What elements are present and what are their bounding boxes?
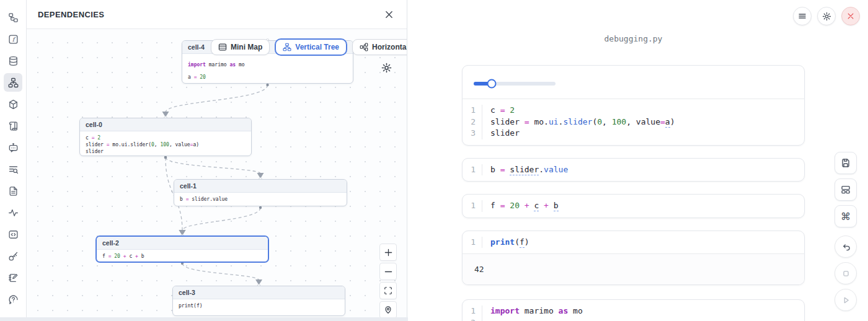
sidebar-item-activity[interactable] <box>4 203 22 222</box>
vertical-tree-icon <box>283 43 291 51</box>
sidebar-item-notebook-pen[interactable] <box>4 268 22 287</box>
line-number: 1 <box>463 306 482 317</box>
graph-node-code: b = slider.value <box>174 193 347 206</box>
sidebar-item-key[interactable] <box>4 247 22 265</box>
gear-icon <box>381 63 392 73</box>
menu-button[interactable] <box>793 7 812 25</box>
save-button[interactable] <box>835 152 857 174</box>
database-icon <box>8 56 19 66</box>
play-icon <box>841 296 851 305</box>
graph-node-cell-1[interactable]: cell-1b = slider.value <box>174 179 347 206</box>
notebook-cell: 1b = slider.value <box>462 158 805 182</box>
line-number: 1 <box>463 237 482 248</box>
graph-settings-button[interactable] <box>380 61 393 74</box>
cube-icon <box>8 99 19 110</box>
hamburger-menu-icon <box>798 12 807 20</box>
line-number: 2 <box>463 117 482 128</box>
sidebar-item-database[interactable] <box>4 51 22 70</box>
help-icon <box>8 294 19 305</box>
code-editor[interactable]: 1f = 20 + c + b <box>463 195 804 218</box>
sidebar-item-code-block[interactable] <box>4 225 22 244</box>
graph-node-cell-0[interactable]: cell-0c = 2slider = mo.ui.slider(0, 100,… <box>79 118 252 156</box>
slider-output <box>463 66 804 99</box>
stop-button[interactable] <box>835 262 857 284</box>
line-number: 1 <box>463 200 482 212</box>
run-button[interactable] <box>835 289 857 311</box>
svg-text:f: f <box>12 35 16 42</box>
close-panel-button[interactable] <box>384 9 394 20</box>
slider-track[interactable] <box>474 82 556 86</box>
graph-node-title: cell-1 <box>174 180 347 193</box>
notebook-cell: 1f = 20 + c + b <box>462 194 805 218</box>
notebook-action-rail: ⌘ <box>835 152 857 315</box>
code-editor[interactable]: 1import marimo as mo2 <box>463 300 804 321</box>
notebook-main: debugging.py 1c = 22slider = mo.ui.slide… <box>408 0 868 321</box>
line-number: 1 <box>463 164 482 176</box>
code-block-icon <box>8 229 19 240</box>
sidebar-item-scroll[interactable] <box>4 117 22 135</box>
notebook-cell: 1c = 22slider = mo.ui.slider(0, 100, val… <box>462 65 805 146</box>
graph-node-title: cell-2 <box>97 237 268 250</box>
sidebar-item-list-search[interactable] <box>4 160 22 178</box>
keyboard-shortcuts-button[interactable]: ⌘ <box>835 205 857 227</box>
fit-view-icon <box>384 286 392 295</box>
save-icon <box>841 158 851 168</box>
close-icon <box>385 11 393 19</box>
horizontal-tree-icon <box>360 43 368 51</box>
zoom-out-button[interactable] <box>379 263 397 280</box>
sidebar-item-help[interactable] <box>4 290 22 309</box>
tree-icon <box>8 12 19 23</box>
app-header-actions <box>793 7 860 25</box>
line-number: 1 <box>463 105 482 117</box>
graph-node-code: c = 2slider = mo.ui.slider(0, 100, value… <box>80 131 251 156</box>
panel-bottom-strip <box>0 317 408 321</box>
scroll-icon <box>8 121 19 131</box>
graph-view-toolbar: Mini Map Vertical Tree Horizontal Tree <box>211 39 407 55</box>
code-editor[interactable]: 1print(f) <box>463 231 804 254</box>
location-pin-button[interactable] <box>379 301 397 317</box>
notebook-cells-column: 1c = 22slider = mo.ui.slider(0, 100, val… <box>462 65 805 321</box>
sidebar-item-chat-bot[interactable] <box>4 138 22 157</box>
function-icon: f <box>8 34 19 45</box>
graph-node-title: cell-3 <box>173 286 345 299</box>
line-number: 2 <box>463 317 482 321</box>
zoom-out-icon <box>384 268 392 276</box>
line-number: 3 <box>463 128 482 139</box>
slider-thumb[interactable] <box>487 79 497 89</box>
location-pin-icon <box>384 306 392 314</box>
zoom-in-button[interactable] <box>379 244 397 261</box>
undo-button[interactable] <box>835 235 857 258</box>
shutdown-button[interactable] <box>841 7 860 25</box>
layout-icon <box>841 185 851 195</box>
dependencies-panel: DEPENDENCIES cell-4import marimo as moa … <box>27 0 407 317</box>
sidebar-item-dependency-graph[interactable] <box>4 73 22 92</box>
notebook-pen-icon <box>8 273 19 283</box>
graph-node-code: import marimo as moa = 20 <box>182 54 353 84</box>
horizontal-tree-button[interactable]: Horizontal Tree <box>352 39 407 55</box>
key-icon <box>8 251 19 262</box>
notebook-cell: 1print(f)42 <box>462 231 805 286</box>
notebook-cell: 1import marimo as mo2 <box>462 299 805 321</box>
vertical-tree-button[interactable]: Vertical Tree <box>275 39 347 55</box>
mini-map-button[interactable]: Mini Map <box>211 39 270 55</box>
dependency-graph-canvas[interactable]: cell-4import marimo as moa = 20cell-0c =… <box>27 29 407 317</box>
graph-node-title: cell-0 <box>80 118 251 131</box>
graph-node-cell-2[interactable]: cell-2f = 20 + c + b <box>96 236 268 262</box>
sidebar-item-function[interactable]: f <box>4 30 22 48</box>
graph-node-cell-3[interactable]: cell-3print(f) <box>172 286 345 316</box>
sidebar-item-cube[interactable] <box>4 95 22 113</box>
icon-sidebar: f <box>0 0 27 317</box>
graph-zoom-controls <box>379 244 397 317</box>
notebook-filename: debugging.py <box>462 34 805 43</box>
fit-view-button[interactable] <box>379 282 397 299</box>
sidebar-item-tree[interactable] <box>4 8 22 27</box>
close-x-icon <box>847 12 854 20</box>
settings-button[interactable] <box>817 7 836 25</box>
code-editor[interactable]: 1b = slider.value <box>463 159 804 182</box>
code-editor[interactable]: 1c = 22slider = mo.ui.slider(0, 100, val… <box>463 99 804 145</box>
chat-bot-icon <box>8 143 19 153</box>
activity-icon <box>8 208 19 218</box>
graph-node-code: f = 20 + c + b <box>97 250 268 262</box>
layout-select-button[interactable] <box>835 178 857 201</box>
sidebar-item-document[interactable] <box>4 182 22 200</box>
